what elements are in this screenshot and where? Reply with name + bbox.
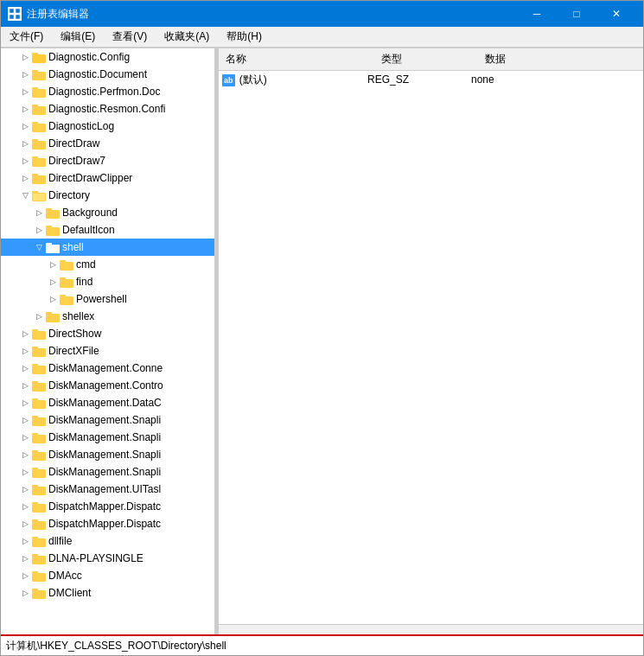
svg-rect-52 [32,433,38,436]
folder-icon [32,328,46,340]
col-header-type[interactable]: 类型 [374,50,478,68]
registry-row[interactable]: ab (默认) REG_SZ none [219,71,643,88]
svg-rect-69 [32,590,46,599]
tree-item-dmacc[interactable]: ▷ DMAcc [1,567,214,584]
tree-item-directshow[interactable]: ▷ DirectShow [1,325,214,342]
tree-label: DiskManagement.Conne [48,362,163,374]
tree-item-directdraw[interactable]: ▷ DirectDraw [1,135,214,152]
tree-item-background[interactable]: ▷ Background [1,204,214,221]
expand-icon[interactable]: ▷ [18,344,32,358]
expand-icon[interactable]: ▷ [18,102,32,116]
tree-item-diag-config[interactable]: ▷ Diagnostic.Config [1,48,214,66]
expand-icon[interactable]: ▷ [18,413,32,427]
tree-item-directory[interactable]: ▽ Directory [1,187,214,204]
app-icon [8,7,22,21]
expand-icon[interactable]: ▽ [32,240,46,254]
tree-item-defaulticon[interactable]: ▷ DefaultIcon [1,221,214,239]
tree-item-dlna[interactable]: ▷ DLNA-PLAYSINGLE [1,550,214,567]
folder-icon [32,431,46,443]
expand-icon[interactable]: ▷ [18,534,32,548]
minimize-button[interactable]: ─ [517,1,557,27]
svg-rect-49 [32,417,46,426]
svg-rect-11 [32,106,46,115]
expand-icon[interactable]: ▷ [18,586,32,600]
expand-icon[interactable]: ▷ [18,85,32,99]
expand-icon[interactable]: ▷ [32,206,46,220]
expand-icon[interactable]: ▷ [18,569,32,583]
svg-rect-48 [32,398,38,401]
expand-icon[interactable]: ▷ [18,137,32,150]
expand-icon[interactable]: ▷ [18,551,32,565]
menu-file[interactable]: 文件(F) [1,27,52,47]
tree-item-dispatch1[interactable]: ▷ DispatchMapper.Dispatc [1,498,214,515]
tree-item-dllfile[interactable]: ▷ dllfile [1,532,214,550]
tree-item-diag-perfmon[interactable]: ▷ Diagnostic.Perfmon.Doc [1,83,214,100]
folder-icon [32,535,46,547]
svg-rect-64 [32,537,38,539]
expand-icon[interactable]: ▷ [18,465,32,479]
tree-item-diaglog[interactable]: ▷ DiagnosticLog [1,118,214,135]
tree-label: Background [62,207,118,219]
expand-icon[interactable]: ▷ [18,154,32,168]
registry-pane: 名称 类型 数据 ab (默认) REG_SZ none [219,48,643,634]
expand-icon[interactable]: ▷ [18,361,32,375]
menu-view[interactable]: 查看(V) [104,27,156,47]
expand-icon[interactable]: ▷ [18,448,32,462]
expand-icon[interactable]: ▷ [46,275,60,289]
tree-item-diskmgmt-snap2[interactable]: ▷ DiskManagement.Snapli [1,429,214,446]
svg-rect-57 [32,487,46,495]
expand-icon[interactable]: ▷ [46,292,60,306]
tree-item-diskmgmt-uitasl[interactable]: ▷ DiskManagement.UITasl [1,481,214,498]
tree-item-diskmgmt-contro[interactable]: ▷ DiskManagement.Contro [1,377,214,394]
tree-item-diskmgmt-datac[interactable]: ▷ DiskManagement.DataC [1,394,214,411]
tree-item-diskmgmt-snap4[interactable]: ▷ DiskManagement.Snapli [1,463,214,481]
expand-icon[interactable]: ▷ [46,258,60,271]
expand-icon[interactable]: ▽ [18,188,32,202]
tree-item-dmclient[interactable]: ▷ DMClient [1,584,214,602]
maximize-button[interactable]: □ [557,1,596,27]
tree-item-directdraw7[interactable]: ▷ DirectDraw7 [1,152,214,169]
expand-icon[interactable]: ▷ [18,327,32,341]
col-header-name[interactable]: 名称 [219,50,374,68]
folder-icon [32,51,46,63]
close-button[interactable]: ✕ [596,1,636,27]
tree-item-diskmgmt-snap1[interactable]: ▷ DiskManagement.Snapli [1,411,214,429]
registry-values: ab (默认) REG_SZ none [219,71,643,624]
svg-rect-15 [32,141,46,150]
menu-edit[interactable]: 编辑(E) [52,27,104,47]
expand-icon[interactable]: ▷ [18,50,32,64]
expand-icon[interactable]: ▷ [18,396,32,410]
expand-icon[interactable]: ▷ [32,223,46,237]
tree-item-diskmgmt-snap3[interactable]: ▷ DiskManagement.Snapli [1,446,214,463]
svg-rect-35 [60,296,73,305]
expand-icon[interactable]: ▷ [18,482,32,496]
tree-item-diskmgmt-conne[interactable]: ▷ DiskManagement.Conne [1,360,214,377]
horizontal-scrollbar[interactable] [219,624,643,634]
folder-icon [32,172,46,184]
tree-item-powershell[interactable]: ▷ Powershell [1,290,214,308]
svg-rect-24 [46,210,60,219]
title-bar-left: 注册表编辑器 [8,7,89,22]
tree-item-shell[interactable]: ▽ shell [1,239,214,256]
tree-item-dispatch2[interactable]: ▷ DispatchMapper.Dispatc [1,515,214,532]
expand-icon[interactable]: ▷ [18,119,32,133]
tree-item-shellex[interactable]: ▷ shellex [1,308,214,325]
expand-icon[interactable]: ▷ [32,309,46,323]
col-header-data[interactable]: 数据 [478,50,643,68]
expand-icon[interactable]: ▷ [18,517,32,531]
tree-item-cmd[interactable]: ▷ cmd [1,256,214,273]
tree-item-diag-doc[interactable]: ▷ Diagnostic.Document [1,66,214,83]
tree-item-find[interactable]: ▷ find [1,273,214,290]
expand-icon[interactable]: ▷ [18,67,32,81]
expand-icon[interactable]: ▷ [18,500,32,513]
tree-item-directdrawclipper[interactable]: ▷ DirectDrawClipper [1,169,214,187]
tree-item-directxfile[interactable]: ▷ DirectXFile [1,342,214,360]
tree-item-diag-resmon[interactable]: ▷ Diagnostic.Resmon.Confi [1,100,214,118]
expand-icon[interactable]: ▷ [18,430,32,444]
expand-icon[interactable]: ▷ [18,379,32,392]
tree-pane[interactable]: ▷ Diagnostic.Config ▷ Diagnostic.Documen… [1,48,215,634]
menu-favorites[interactable]: 收藏夹(A) [156,27,218,47]
menu-help[interactable]: 帮助(H) [218,27,271,47]
expand-icon[interactable]: ▷ [18,171,32,185]
svg-rect-30 [47,245,59,252]
